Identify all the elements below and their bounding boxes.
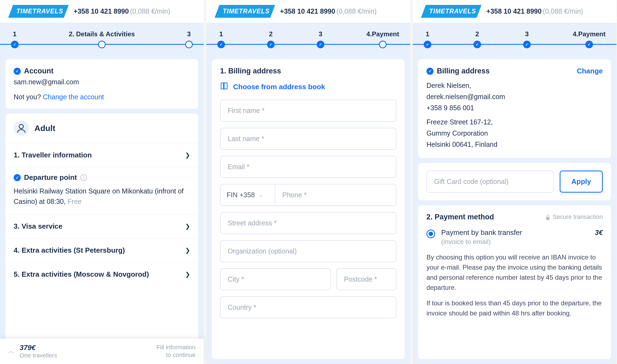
svg-point-0	[19, 124, 23, 129]
step-2[interactable]: 2	[473, 30, 481, 48]
travellers-count: One travellers	[20, 352, 57, 359]
email-input[interactable]	[220, 156, 396, 178]
phone-block: +358 10 421 8990 (0,088 €/min)	[74, 7, 170, 15]
departure-text: Helsinki Railway Station Square on Mikon…	[14, 187, 184, 205]
chevron-right-icon: ❯	[185, 223, 190, 230]
brand-logo[interactable]: TIMETRAVELS	[421, 5, 482, 18]
header: TIMETRAVELS +358 10 421 8990 (0,088 €/mi…	[206, 0, 410, 23]
book-icon	[220, 82, 228, 92]
phone-input[interactable]	[275, 184, 396, 206]
footer-bar: ︿ 379€ One travellers Fill information t…	[0, 339, 204, 364]
expand-icon[interactable]: ︿	[8, 347, 14, 355]
billing-title: Billing address	[437, 67, 490, 75]
chevron-down-icon: ⌄	[259, 192, 263, 198]
progress-bar: 1 2 3 4.Payment	[413, 23, 616, 59]
phone-rate: (0,088 €/min)	[336, 7, 376, 15]
lock-icon	[545, 213, 551, 220]
brand-logo[interactable]: TIMETRAVELS	[8, 5, 69, 18]
step-3[interactable]: 3	[523, 30, 531, 48]
payment-fee: 3€	[595, 228, 603, 237]
secure-badge: Secure transaction	[545, 213, 603, 220]
payment-method-card: 2. Payment method Secure transaction Pay…	[418, 205, 611, 359]
row-departure: Departure point i Helsinki Railway Stati…	[5, 167, 198, 214]
avatar-icon	[14, 121, 29, 136]
row-extra-spb[interactable]: 4. Extra activities (St Petersburg) ❯	[5, 238, 198, 262]
address-book-link[interactable]: Choose from address book	[220, 82, 396, 92]
screen-details: TIMETRAVELS +358 10 421 8990 (0,088 €/mi…	[0, 0, 204, 364]
step-4[interactable]: 4.Payment	[366, 30, 399, 48]
street-input[interactable]	[220, 212, 396, 234]
phone-rate: (0,088 €/min)	[543, 7, 583, 15]
phone-number[interactable]: +358 10 421 8990	[280, 7, 335, 15]
payment-option-bank[interactable]: Payment by bank transfer (invoice to ema…	[426, 228, 603, 246]
continue-hint: Fill information to continue	[156, 344, 195, 359]
payment-description: By choosing this option you will receive…	[426, 252, 603, 318]
phone-number[interactable]: +358 10 421 8990	[74, 7, 129, 15]
info-icon[interactable]: i	[80, 174, 87, 181]
check-icon	[14, 68, 21, 75]
header: TIMETRAVELS +358 10 421 8990 (0,088 €/mi…	[0, 0, 204, 23]
step-4[interactable]: 4.Payment	[573, 30, 606, 48]
change-billing-link[interactable]: Change	[577, 67, 603, 75]
check-icon	[14, 174, 21, 181]
step-1[interactable]: 1	[217, 30, 225, 48]
account-change-row: Not you? Change the account	[14, 93, 190, 101]
first-name-input[interactable]	[220, 100, 396, 122]
progress-bar: 1 2. Details & Activities 3	[0, 23, 204, 59]
phone-rate: (0,088 €/min)	[130, 7, 170, 15]
departure-free: Free	[67, 198, 81, 205]
step-3[interactable]: 3	[317, 30, 324, 48]
billing-summary-card: Billing address Change Derek Nielsen, de…	[418, 59, 611, 158]
postcode-input[interactable]	[336, 268, 396, 290]
organization-input[interactable]	[220, 240, 396, 262]
step-2[interactable]: 2	[267, 30, 275, 48]
account-card: Account sam.new@gmail.com Not you? Chang…	[5, 59, 198, 109]
change-account-link[interactable]: Change the account	[43, 93, 104, 101]
step-2[interactable]: 2. Details & Activities	[69, 30, 135, 48]
phone-prefix-select[interactable]: FIN +358 ⌄	[220, 184, 275, 206]
billing-title: 1. Billing address	[220, 67, 396, 75]
row-traveller-info[interactable]: 1. Traveller information ❯	[5, 143, 198, 167]
progress-bar: 1 2 3 4.Payment	[206, 23, 410, 59]
apply-button[interactable]: Apply	[560, 171, 603, 193]
screen-payment: TIMETRAVELS +358 10 421 8990 (0,088 €/mi…	[413, 0, 616, 364]
billing-details: Derek Nielsen, derek.nielsen@gmail.com +…	[426, 80, 603, 150]
country-input[interactable]	[220, 296, 396, 318]
check-icon	[426, 68, 434, 75]
adult-title: Adult	[34, 124, 55, 133]
total-price: 379€	[20, 344, 57, 352]
step-3[interactable]: 3	[185, 30, 193, 48]
brand-logo[interactable]: TIMETRAVELS	[215, 5, 275, 18]
billing-form-card: 1. Billing address Choose from address b…	[212, 59, 405, 359]
radio-icon	[426, 229, 435, 238]
row-extra-mn[interactable]: 5. Extra activities (Moscow & Novgorod) …	[5, 262, 198, 286]
last-name-input[interactable]	[220, 128, 396, 150]
adult-card: Adult 1. Traveller information ❯ Departu…	[5, 114, 198, 364]
step-1[interactable]: 1	[11, 30, 19, 48]
departure-title: Departure point	[24, 173, 77, 182]
header: TIMETRAVELS +358 10 421 8990 (0,088 €/mi…	[413, 0, 616, 23]
account-title: Account	[24, 67, 54, 75]
phone-number[interactable]: +358 10 421 8990	[487, 7, 542, 15]
gift-code-input[interactable]	[426, 171, 554, 193]
screen-billing-form: TIMETRAVELS +358 10 421 8990 (0,088 €/mi…	[206, 0, 410, 364]
step-1[interactable]: 1	[424, 30, 431, 48]
chevron-right-icon: ❯	[185, 271, 190, 278]
gift-card: Apply	[418, 163, 611, 200]
phone-block: +358 10 421 8990 (0,088 €/min)	[487, 7, 583, 15]
row-visa[interactable]: 3. Visa service ❯	[5, 214, 198, 238]
city-input[interactable]	[220, 268, 331, 290]
payment-title: 2. Payment method	[426, 213, 494, 221]
phone-block: +358 10 421 8990 (0,088 €/min)	[280, 7, 377, 15]
account-email: sam.new@gmail.com	[14, 78, 190, 86]
chevron-right-icon: ❯	[185, 152, 190, 159]
chevron-right-icon: ❯	[185, 247, 190, 254]
